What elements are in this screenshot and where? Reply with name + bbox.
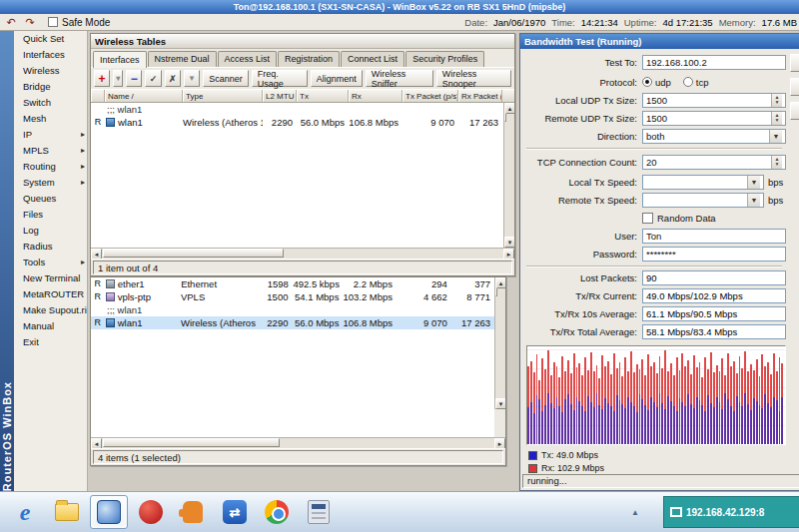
sidebar-item-queues[interactable]: Queues xyxy=(14,191,87,207)
direction-dropdown[interactable]: both ▼ xyxy=(642,129,786,144)
tx-bar xyxy=(564,399,566,444)
tx-bar xyxy=(756,401,758,444)
filter-icon[interactable]: ▼ xyxy=(184,70,200,87)
add-dropdown-icon[interactable]: ▾ xyxy=(113,70,123,87)
scroll-thumb[interactable] xyxy=(103,249,284,258)
freq-usage-button[interactable]: Freq. Usage xyxy=(252,70,308,87)
table-row-comment[interactable]: ;;; wlan1 xyxy=(91,103,514,116)
scroll-down-icon[interactable]: ▾ xyxy=(504,237,514,248)
sidebar-item-files[interactable]: Files xyxy=(14,207,87,223)
sidebar-item-metarouter[interactable]: MetaROUTER xyxy=(14,286,87,302)
sidebar-item-routing[interactable]: Routing▸ xyxy=(14,159,87,175)
tab-access-list[interactable]: Access List xyxy=(218,51,278,67)
column-header-mtu[interactable]: L2 MTU xyxy=(263,90,297,102)
scroll-down-icon[interactable]: ▾ xyxy=(495,398,505,409)
sidebar-item-tools[interactable]: Tools▸ xyxy=(14,255,87,270)
sidebar-item-label: Make Supout.rif xyxy=(23,302,87,318)
tab-security-profiles[interactable]: Security Profiles xyxy=(405,51,484,67)
show-hidden-icons-button[interactable]: ▲ xyxy=(627,502,643,522)
sidebar-item-ip[interactable]: IP▸ xyxy=(14,127,87,143)
window-title: Ton@192.168.100.1 (SX1-SN-CASA) - WinBox… xyxy=(234,2,566,12)
disable-icon[interactable]: ✗ xyxy=(165,70,181,87)
clipped-side-button-3[interactable] xyxy=(790,102,799,120)
sidebar-item-switch[interactable]: Switch xyxy=(14,95,87,111)
local-udp-tx-size-input[interactable]: 1500 ▲▼ xyxy=(642,93,786,108)
chart-bar xyxy=(564,346,566,444)
taskbar-hand-app-button[interactable] xyxy=(174,495,212,529)
taskbar-file-explorer-button[interactable] xyxy=(48,495,86,529)
vertical-scrollbar[interactable]: ▴ ▾ xyxy=(503,103,514,248)
tab-registration[interactable]: Registration xyxy=(278,51,340,67)
table-row-comment[interactable]: ;;; wlan1 xyxy=(91,303,494,316)
vertical-scrollbar[interactable]: ▴ ▾ xyxy=(494,277,505,409)
table-row-wlan1[interactable]: Rwlan1Wireless (Atheros 11N)229056.0 Mbp… xyxy=(91,116,514,129)
undo-button[interactable]: ↶ xyxy=(2,15,20,29)
password-input[interactable]: ******** xyxy=(642,247,786,262)
sidebar-item-wireless[interactable]: Wireless xyxy=(14,63,87,79)
tab-interfaces[interactable]: Interfaces xyxy=(93,51,147,68)
chevron-down-icon[interactable]: ▼ xyxy=(747,176,760,189)
redo-button[interactable]: ↷ xyxy=(21,15,39,29)
user-input[interactable]: Ton xyxy=(642,229,786,244)
enable-icon[interactable]: ✓ xyxy=(145,70,161,87)
remote-tx-speed-dropdown[interactable]: ▼ xyxy=(642,193,764,208)
sidebar-item-system[interactable]: System▸ xyxy=(14,175,87,191)
wireless-snooper-button[interactable]: Wireless Snooper xyxy=(436,70,511,87)
sidebar-item-mpls[interactable]: MPLS▸ xyxy=(14,143,87,159)
add-icon[interactable]: + xyxy=(94,70,110,87)
table-row-vpls-ptp[interactable]: Rvpls-ptpVPLS150054.1 Mbps103.2 Mbps4 66… xyxy=(91,290,494,303)
taskbar-teamviewer-button[interactable]: ⇄ xyxy=(216,495,254,529)
tab-connect-list[interactable]: Connect List xyxy=(341,51,404,67)
remote-udp-tx-size-input[interactable]: 1500 ▲▼ xyxy=(642,111,786,126)
column-header-rx[interactable]: Rx xyxy=(349,90,402,102)
sidebar-item-radius[interactable]: Radius xyxy=(14,239,87,255)
taskbar-calculator-button[interactable] xyxy=(300,495,338,529)
column-header-type[interactable]: Type xyxy=(183,90,263,102)
remove-icon[interactable]: − xyxy=(126,70,142,87)
table-row-ether1[interactable]: Rether1Ethernet1598492.5 kbps2.2 Mbps294… xyxy=(91,277,494,290)
clipped-side-button-2[interactable] xyxy=(790,78,799,96)
alignment-button[interactable]: Alignment xyxy=(311,70,363,87)
taskbar-chrome-button[interactable] xyxy=(258,495,296,529)
clipped-side-button-1[interactable] xyxy=(790,54,799,72)
wireless-sniffer-button[interactable]: Wireless Sniffer xyxy=(366,70,433,87)
tcp-connection-count-input[interactable]: 20 ▲▼ xyxy=(642,155,786,170)
sidebar-item-interfaces[interactable]: Interfaces xyxy=(14,47,87,63)
spinner-arrows-icon[interactable]: ▲▼ xyxy=(771,156,782,169)
tray-address-badge[interactable]: 192.168.42.129:8 xyxy=(663,496,799,528)
table-row-wlan1[interactable]: Rwlan1Wireless (Atheros 11N)229056.0 Mbp… xyxy=(91,316,494,329)
protocol-tcp-radio[interactable] xyxy=(683,77,693,87)
column-header-flag[interactable] xyxy=(91,90,105,102)
column-header-rxp[interactable]: Rx Packet (p/s) xyxy=(458,90,502,102)
sidebar-item-quick-set[interactable]: Quick Set xyxy=(14,31,87,47)
taskbar-internet-explorer-button[interactable]: e xyxy=(6,495,44,529)
scanner-button[interactable]: Scanner xyxy=(203,70,249,87)
sidebar-item-exit[interactable]: Exit xyxy=(14,334,87,350)
column-header-name[interactable]: Name / xyxy=(105,90,183,102)
column-header-txp[interactable]: Tx Packet (p/s) xyxy=(402,90,458,102)
sidebar-item-new-terminal[interactable]: New Terminal xyxy=(14,270,87,286)
sidebar-item-manual[interactable]: Manual xyxy=(14,318,87,334)
tab-nstreme-dual[interactable]: Nstreme Dual xyxy=(148,51,217,67)
sidebar-item-make-supout-rif[interactable]: Make Supout.rif xyxy=(14,302,87,318)
random-data-checkbox[interactable] xyxy=(642,213,653,224)
test-to-input[interactable]: 192.168.100.2 xyxy=(642,55,786,70)
scroll-thumb[interactable] xyxy=(495,287,497,296)
sidebar-item-mesh[interactable]: Mesh xyxy=(14,111,87,127)
taskbar-red-browser-button[interactable] xyxy=(132,495,170,529)
spinner-arrows-icon[interactable]: ▲▼ xyxy=(771,94,782,107)
protocol-udp-radio[interactable] xyxy=(642,77,652,87)
scroll-thumb[interactable] xyxy=(103,438,280,447)
taskbar-winbox-button[interactable] xyxy=(90,495,128,529)
local-tx-speed-dropdown[interactable]: ▼ xyxy=(642,175,764,190)
horizontal-scrollbar[interactable]: ◂ ▸ xyxy=(91,248,514,259)
chevron-down-icon[interactable]: ▼ xyxy=(769,130,782,143)
safe-mode-checkbox[interactable] xyxy=(48,17,58,27)
scroll-thumb[interactable] xyxy=(504,113,506,122)
spinner-arrows-icon[interactable]: ▲▼ xyxy=(771,112,782,125)
horizontal-scrollbar[interactable]: ◂ ▸ xyxy=(91,437,505,448)
column-header-tx[interactable]: Tx xyxy=(297,90,349,102)
sidebar-item-log[interactable]: Log xyxy=(14,223,87,239)
sidebar-item-bridge[interactable]: Bridge xyxy=(14,79,87,95)
chevron-down-icon[interactable]: ▼ xyxy=(747,194,760,207)
